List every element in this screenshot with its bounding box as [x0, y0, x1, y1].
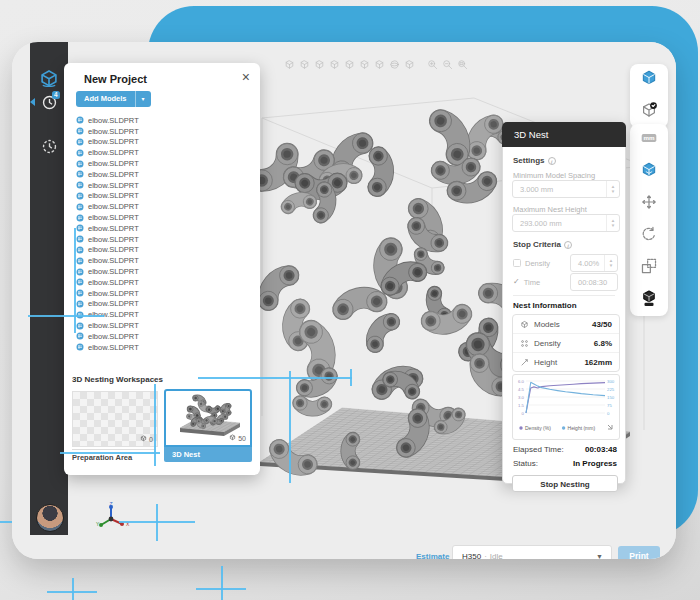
- density-stepper[interactable]: ▲▼: [604, 255, 617, 271]
- model-list-item[interactable]: elbow.SLDPRT: [76, 137, 139, 148]
- min-spacing-stepper[interactable]: ▲▼: [606, 181, 619, 197]
- info-label: Models: [534, 320, 560, 329]
- settings-info-icon[interactable]: i: [548, 157, 556, 165]
- model-list-item[interactable]: elbow.SLDPRT: [76, 180, 139, 191]
- model-list-item[interactable]: elbow.SLDPRT: [76, 223, 139, 234]
- elapsed-time-label: Elapsed Time:: [513, 445, 564, 454]
- model-file-name: elbow.SLDPRT: [88, 202, 139, 211]
- close-icon[interactable]: ×: [242, 69, 250, 85]
- new-project-panel: New Project × Add Models ▾ elbow.SLDPRTe…: [64, 63, 260, 475]
- model-list-item[interactable]: elbow.SLDPRT: [76, 191, 139, 202]
- add-models-label[interactable]: Add Models: [76, 91, 135, 107]
- time-criteria-value: 00:08:30: [571, 278, 617, 287]
- translate-icon[interactable]: [640, 193, 658, 215]
- model-list-item[interactable]: elbow.SLDPRT: [76, 331, 139, 342]
- user-avatar[interactable]: [36, 504, 64, 532]
- model-file-name: elbow.SLDPRT: [88, 321, 139, 330]
- view-iso-icon[interactable]: [374, 56, 385, 74]
- view-left-icon[interactable]: [314, 56, 325, 74]
- import-cube-icon[interactable]: [640, 69, 658, 91]
- view-front-icon[interactable]: [284, 56, 295, 74]
- nest-info-row: Density6.8%: [513, 333, 619, 352]
- view-right-icon[interactable]: [329, 56, 340, 74]
- nest-parts-icon[interactable]: [640, 161, 658, 183]
- zoom-window-icon[interactable]: [457, 56, 468, 74]
- workspaces-title: 3D Nesting Workspaces: [72, 375, 163, 384]
- print-button[interactable]: Print: [618, 546, 660, 559]
- model-list-item[interactable]: elbow.SLDPRT: [76, 299, 139, 310]
- model-list-item[interactable]: elbow.SLDPRT: [76, 234, 139, 245]
- guide-line: [0, 521, 12, 523]
- max-height-stepper[interactable]: ▲▼: [606, 215, 619, 231]
- recent-clock-icon[interactable]: 4: [30, 94, 68, 115]
- svg-text:75: 75: [607, 403, 612, 408]
- model-file-name: elbow.SLDPRT: [88, 181, 139, 190]
- max-height-value: 293.000 mm: [513, 219, 606, 228]
- app-logo-cube-icon[interactable]: [30, 68, 68, 94]
- view-fit-icon[interactable]: [404, 56, 415, 74]
- model-list-item[interactable]: elbow.SLDPRT: [76, 147, 139, 158]
- workspace-thumb-3dnest[interactable]: 50: [164, 389, 252, 447]
- density-criteria-input[interactable]: 4.00% ▲▼: [570, 254, 618, 272]
- model-list-item[interactable]: elbow.SLDPRT: [76, 277, 139, 288]
- rotate-icon[interactable]: [640, 225, 658, 247]
- model-list-item[interactable]: elbow.SLDPRT: [76, 201, 139, 212]
- svg-text:1.5: 1.5: [518, 403, 525, 408]
- model-list-item[interactable]: elbow.SLDPRT: [76, 342, 139, 353]
- workspace-thumb-preparation[interactable]: 0: [72, 391, 158, 447]
- model-list-item[interactable]: elbow.SLDPRT: [76, 169, 139, 180]
- zoom-in-icon[interactable]: [427, 56, 438, 74]
- min-spacing-value: 3.000 mm: [513, 185, 606, 194]
- height-icon: [520, 358, 529, 367]
- model-file-name: elbow.SLDPRT: [88, 148, 139, 157]
- model-list-item[interactable]: elbow.SLDPRT: [76, 266, 139, 277]
- nest-info-row: Models43/50: [513, 315, 619, 333]
- printer-select[interactable]: H350 · Idle ▼: [452, 545, 612, 559]
- add-models-dropdown[interactable]: ▾: [135, 91, 151, 107]
- view-bottom-icon[interactable]: [359, 56, 370, 74]
- model-list-item[interactable]: elbow.SLDPRT: [76, 115, 139, 126]
- model-file-name: elbow.SLDPRT: [88, 159, 139, 168]
- status-value: In Progress: [573, 459, 617, 468]
- model-list-item[interactable]: elbow.SLDPRT: [76, 212, 139, 223]
- density-checkbox[interactable]: [513, 259, 521, 267]
- max-height-input[interactable]: 293.000 mm ▲▼: [512, 214, 620, 232]
- view-top-icon[interactable]: [344, 56, 355, 74]
- stop-nesting-button[interactable]: Stop Nesting: [512, 475, 618, 492]
- min-spacing-input[interactable]: 3.000 mm ▲▼: [512, 180, 620, 198]
- workspace-label-preparation[interactable]: Preparation Area: [72, 449, 156, 462]
- history-clock-icon[interactable]: [30, 138, 68, 159]
- printer-sep: ·: [484, 552, 487, 559]
- scale-icon[interactable]: [640, 257, 658, 279]
- model-file-name: elbow.SLDPRT: [88, 278, 139, 287]
- guide-line: [289, 371, 291, 483]
- model-list-item[interactable]: elbow.SLDPRT: [76, 245, 139, 256]
- nest-progress-chart: 6.03004.52253.01501.57500Density (%)Heig…: [512, 374, 620, 440]
- view-sphere-icon[interactable]: [389, 56, 400, 74]
- max-height-label: Maximum Nest Height: [513, 205, 587, 214]
- guide-line: [154, 384, 156, 466]
- time-criteria-input[interactable]: 00:08:30: [570, 273, 618, 291]
- units-mm-icon[interactable]: mm: [640, 129, 658, 151]
- project-panel-title: New Project: [84, 73, 147, 85]
- model-list-item[interactable]: elbow.SLDPRT: [76, 158, 139, 169]
- model-file-name: elbow.SLDPRT: [88, 299, 139, 308]
- printer-h350-icon[interactable]: [640, 289, 658, 311]
- add-models-button[interactable]: Add Models ▾: [76, 91, 151, 107]
- model-list-item[interactable]: elbow.SLDPRT: [76, 288, 139, 299]
- model-list-item[interactable]: elbow.SLDPRT: [76, 255, 139, 266]
- orient-check-icon[interactable]: [640, 101, 658, 123]
- estimate-link[interactable]: Estimate: [416, 552, 449, 559]
- model-list-item[interactable]: elbow.SLDPRT: [76, 126, 139, 137]
- model-file-name: elbow.SLDPRT: [88, 213, 139, 222]
- stop-criteria-info-icon[interactable]: i: [564, 241, 572, 249]
- left-sidebar: 4: [30, 42, 68, 535]
- density-icon: [520, 339, 529, 348]
- workspace-label-3dnest[interactable]: 3D Nest: [164, 447, 252, 462]
- models-icon: [520, 320, 529, 329]
- zoom-out-icon[interactable]: [442, 56, 453, 74]
- time-checkbox[interactable]: ✓: [513, 278, 520, 286]
- model-list-item[interactable]: elbow.SLDPRT: [76, 320, 139, 331]
- guide-line: [198, 377, 352, 379]
- view-back-icon[interactable]: [299, 56, 310, 74]
